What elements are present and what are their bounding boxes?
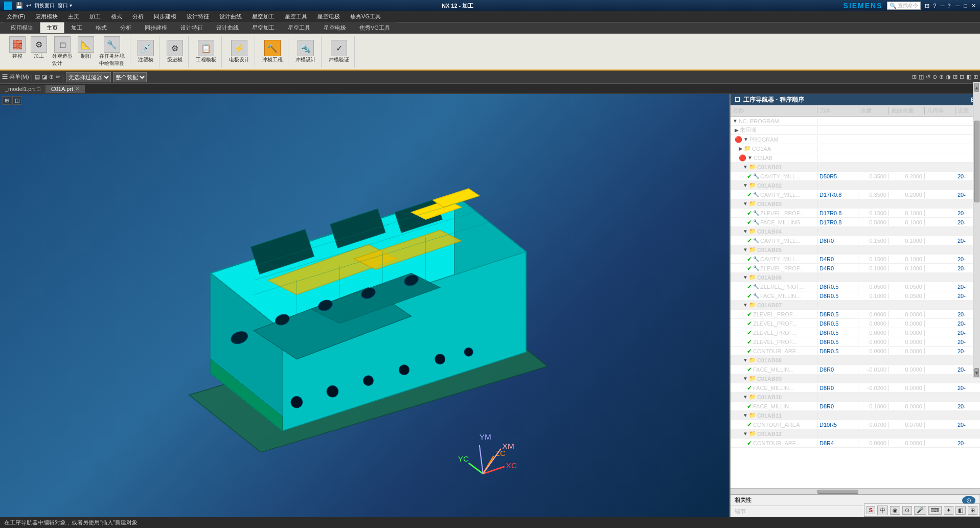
t2-btn2[interactable]: ◪ bbox=[42, 74, 47, 80]
ime-btn-mic[interactable]: 🎤 bbox=[914, 506, 926, 515]
expand-c01ab10[interactable]: ▼ bbox=[743, 394, 748, 400]
tree-row-c01ab06-op2[interactable]: ✔ 🔧 FACE_MILLIN... D8R0.5 0.1000 0.0500 … bbox=[731, 291, 980, 301]
tree-row-c01ab09-op1[interactable]: ✔ FACE_MILLIN... D8R0 -0.0200 0.0000 20- bbox=[731, 383, 980, 393]
menu-home[interactable]: 主页 bbox=[63, 11, 84, 22]
t2-right1[interactable]: ⊞ bbox=[912, 74, 917, 80]
tree-row-c01ab05-op1[interactable]: ✔ 🔧 CAVITY_MILL... D4R0 0.1500 0.1000 20… bbox=[731, 255, 980, 264]
expand-c01ab01[interactable]: ▼ bbox=[743, 164, 748, 170]
menu-designfeat[interactable]: 设计特征 bbox=[182, 11, 214, 22]
tab-synchro[interactable]: 同步建模 bbox=[138, 22, 174, 33]
t2-right4[interactable]: ⊙ bbox=[932, 74, 937, 80]
btn-stamp-eng[interactable]: 🔨 冲模工程 bbox=[260, 39, 285, 64]
btn-elec[interactable]: ⚡ 电极设计 bbox=[227, 39, 252, 64]
t2-right2[interactable]: ◫ bbox=[919, 74, 924, 80]
expand-c01ab03[interactable]: ▼ bbox=[743, 201, 748, 206]
expand-c01ab07[interactable]: ▼ bbox=[743, 302, 748, 308]
tree-row-c01ab02-op1[interactable]: ✔ 🔧 CAVITY_MILL... D17R0.8 0.3500 0.2000… bbox=[731, 190, 980, 199]
tab-machining[interactable]: 加工 bbox=[64, 22, 89, 33]
vscroll-up[interactable]: ▲ bbox=[974, 83, 979, 92]
tab-model1[interactable]: _model1.prt □ bbox=[0, 85, 46, 93]
tab-xkt[interactable]: 星空工具 bbox=[281, 22, 317, 33]
expand-unused[interactable]: ▶ bbox=[735, 127, 739, 133]
expand-c01ab02[interactable]: ▼ bbox=[743, 182, 748, 188]
tree-row-unused[interactable]: ▶ 未用项 bbox=[731, 126, 980, 135]
tab-c01a[interactable]: C01A.prt ✕ bbox=[46, 85, 85, 93]
menu-appmodule[interactable]: 应用模块 bbox=[31, 11, 62, 22]
expand-c01ab05[interactable]: ▼ bbox=[743, 247, 748, 252]
expand-c01ab09[interactable]: ▼ bbox=[743, 376, 748, 381]
ime-btn-zh[interactable]: 中 bbox=[877, 506, 888, 515]
menu-machining[interactable]: 加工 bbox=[85, 11, 105, 22]
t2-btn1[interactable]: ▤ bbox=[35, 74, 40, 80]
btn-machining[interactable]: ⚙ 加工 bbox=[29, 35, 49, 68]
tree-row-co1aa[interactable]: ▶ 📁 CO1AA bbox=[731, 144, 980, 153]
t2-right10[interactable]: ⊞ bbox=[973, 74, 978, 80]
expand-nc-program[interactable]: ▼ bbox=[733, 118, 738, 124]
t2-right3[interactable]: ↺ bbox=[926, 74, 930, 80]
btn-jinjin[interactable]: ⚙ 级进模 bbox=[165, 39, 185, 64]
assembly-select[interactable]: 整个装配 bbox=[113, 72, 147, 82]
tab-analysis[interactable]: 分析 bbox=[113, 22, 138, 33]
view-btn-1[interactable]: ⊞ bbox=[2, 96, 11, 105]
tab-xk[interactable]: 星空加工 bbox=[245, 22, 281, 33]
viewport[interactable]: XC YC ZC XM YM ⊞ ◫ bbox=[0, 94, 730, 517]
expand-c01ab04[interactable]: ▼ bbox=[743, 228, 748, 234]
tree-row-c01ab06-op1[interactable]: ✔ 🔧 ZLEVEL_PROF... D8R0.5 0.0500 0.0500 … bbox=[731, 282, 980, 291]
quick-undo-icon[interactable]: ↩ bbox=[26, 2, 31, 9]
tree-hscrollbar[interactable] bbox=[731, 488, 980, 494]
op-tree[interactable]: ▼ NC_PROGRAM ▶ 未用项 bbox=[731, 117, 980, 488]
tree-row-c01ab07-op5[interactable]: ✔ CONTOUR_ARE... D8R0.5 0.0000 0.0000 20… bbox=[731, 347, 980, 356]
tree-row-c01ab11-op1[interactable]: ✔ CONTOUR_AREA D10R5 0.0700 0.0700 20- bbox=[731, 420, 980, 429]
t2-right5[interactable]: ⊕ bbox=[939, 74, 944, 80]
tree-row-c01ab01-op1[interactable]: ✔ 🔧 CAVITY_MILL... D50R5 0.3500 0.2000 2… bbox=[731, 172, 980, 181]
tab-home[interactable]: 主页 bbox=[40, 22, 64, 33]
quick-switch-icon[interactable]: 切换面口 bbox=[34, 2, 55, 9]
tab-jxvg[interactable]: 焦秀VG工具 bbox=[353, 22, 397, 33]
tree-row-c01ab05-op2[interactable]: ✔ 🔧 ZLEVEL_PROF... D4R0 0.1000 0.1000 20… bbox=[731, 264, 980, 273]
btn-outer[interactable]: ◻ 外观造型设计 bbox=[50, 35, 75, 68]
expand-c01ab12[interactable]: ▼ bbox=[743, 431, 748, 437]
win-close[interactable]: ✕ bbox=[971, 3, 976, 9]
tree-row-co1ab[interactable]: 🔴 ▼ CO1AB bbox=[731, 153, 980, 163]
menu-btn[interactable]: ☰ 菜单(M) bbox=[2, 73, 29, 81]
search-input-area[interactable]: 🔍 查找命令 bbox=[887, 2, 921, 10]
t2-right9[interactable]: ◧ bbox=[966, 74, 971, 80]
view-btn-2[interactable]: ◫ bbox=[12, 96, 22, 105]
ime-btn-dot[interactable]: ⊙ bbox=[902, 506, 912, 515]
filter-select[interactable]: 无选择过滤器 特征 曲线 面 bbox=[66, 72, 111, 82]
expand-co1ab[interactable]: ▼ bbox=[747, 155, 753, 160]
tree-row-c01ab01[interactable]: ▼ 📁 C01AB01 bbox=[731, 163, 980, 172]
panel-checkbox[interactable]: ☐ bbox=[735, 96, 740, 103]
ime-btn-s[interactable]: S bbox=[867, 506, 875, 514]
tree-row-c01ab07-op2[interactable]: ✔ ZLEVEL_PROF... D8R0.5 0.0000 0.0000 20… bbox=[731, 319, 980, 328]
expand-c01ab08[interactable]: ▼ bbox=[743, 357, 748, 363]
tb-extra2[interactable]: ? bbox=[933, 3, 937, 9]
ime-btn-kb[interactable]: ⌨ bbox=[928, 506, 942, 515]
tree-row-c01ab02[interactable]: ▼ 📁 C01AB02 bbox=[731, 181, 980, 190]
menu-designcurve[interactable]: 设计曲线 bbox=[215, 11, 246, 22]
tree-row-c01ab07-op3[interactable]: ✔ ZLEVEL_PROF... D8R0.5 0.0000 0.0000 20… bbox=[731, 328, 980, 337]
menu-xktool[interactable]: 星空工具 bbox=[280, 11, 312, 22]
menu-format[interactable]: 格式 bbox=[106, 11, 127, 22]
tree-row-c01ab07-op1[interactable]: ✔ ZLEVEL_PROF... D8R0.5 0.0000 0.0000 20… bbox=[731, 310, 980, 319]
tree-row-c01ab07-op4[interactable]: ✔ ZLEVEL_PROF... D8R0.5 0.0000 0.0000 20… bbox=[731, 337, 980, 347]
tree-hscrollbar-thumb[interactable] bbox=[817, 490, 858, 494]
menu-file[interactable]: 文件(F) bbox=[2, 11, 30, 22]
tab-xke[interactable]: 星空电极 bbox=[317, 22, 353, 33]
t2-btn3[interactable]: ⊕ bbox=[49, 74, 54, 80]
ime-btn-star[interactable]: ✦ bbox=[944, 506, 953, 515]
menu-jxvg[interactable]: 焦秀VG工具 bbox=[346, 11, 385, 22]
expand-c01ab06[interactable]: ▼ bbox=[743, 274, 748, 280]
tree-row-c01ab04-op1[interactable]: ✔ 🔧 CAVITY_MILL... D8R0 0.1500 0.1000 20… bbox=[731, 236, 980, 245]
tree-row-c01ab07[interactable]: ▼ 📁 C01AB07 bbox=[731, 301, 980, 310]
menu-analysis[interactable]: 分析 bbox=[128, 11, 148, 22]
quick-save-icon[interactable]: 💾 bbox=[15, 2, 23, 9]
t2-right8[interactable]: ⊟ bbox=[960, 74, 964, 80]
tree-row-c01ab05[interactable]: ▼ 📁 C01AB05 bbox=[731, 245, 980, 255]
btn-eng[interactable]: 📋 工程模板 bbox=[194, 39, 218, 64]
tree-row-c01ab03[interactable]: ▼ 📁 C01AB03 bbox=[731, 199, 980, 209]
t2-btn4[interactable]: ✏ bbox=[56, 74, 60, 80]
panel-vscrollbar[interactable]: ▲ ▼ bbox=[973, 82, 980, 378]
tree-row-c01ab03-op2[interactable]: ✔ 🔧 FACE_MILLING D17R0.8 0.5000 0.1000 2… bbox=[731, 218, 980, 227]
tree-row-program[interactable]: 🔴 ▼ PROGRAM bbox=[731, 135, 980, 144]
